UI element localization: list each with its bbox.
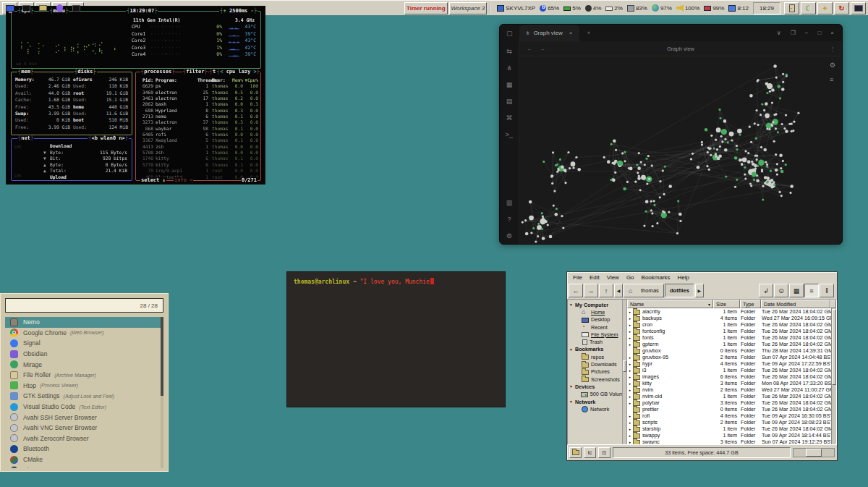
expander-icon[interactable]: ▸ <box>627 342 633 347</box>
command-palette-icon[interactable]: ⌘ <box>506 114 512 122</box>
expander-icon[interactable]: ▸ <box>627 355 633 360</box>
process-row[interactable]: 868 waybar 98 thomas 0.1 0.0 <box>136 126 260 132</box>
graph-canvas[interactable] <box>519 56 842 245</box>
sidebar-item[interactable]: Recent <box>568 323 626 331</box>
launcher-item[interactable]: Avahi SSH Server Browser <box>5 412 163 423</box>
lock-icon[interactable] <box>817 2 833 14</box>
graph-settings-gear-icon[interactable]: ⚙ <box>830 62 835 69</box>
file-row[interactable]: ▸ starship 1 item Folder Tue 26 Mar 2024… <box>627 425 831 432</box>
launcher-item[interactable]: Mirage <box>5 359 163 370</box>
expander-icon[interactable]: ▸ <box>627 329 633 334</box>
quick-switcher-icon[interactable]: ⇆ <box>506 48 512 55</box>
back-icon[interactable]: ← <box>527 46 532 52</box>
minimize-icon[interactable]: − <box>805 30 809 36</box>
launcher-item[interactable]: GTK Settings (Adjust Look and Feel) <box>5 391 163 402</box>
expander-icon[interactable]: ▸ <box>627 440 633 444</box>
network-tray-icon[interactable]: SKYVL7XP <box>497 5 535 12</box>
side-pane-tree-button[interactable]: tc <box>584 447 596 458</box>
forward-button[interactable]: → <box>584 284 598 297</box>
sidebar-item[interactable]: ▾ Network <box>568 398 626 405</box>
launcher-item[interactable]: Avahi Zeroconf Browser <box>5 433 163 444</box>
expander-icon[interactable]: ▸ <box>627 381 633 386</box>
process-row[interactable]: 6405 rofi 6 thomas 0.0 0.0 <box>136 132 260 137</box>
sidebar-item[interactable]: Screenshots <box>568 376 626 383</box>
process-select-hint[interactable]: select ↓ <box>140 177 166 184</box>
expander-icon[interactable]: ▸ <box>627 375 633 379</box>
expander-icon[interactable]: ▸ <box>627 336 633 340</box>
column-date[interactable]: Date Modified <box>761 300 830 308</box>
file-row[interactable]: ▸ i3 1 item Folder Tue 26 Mar 2024 18:04… <box>627 367 831 373</box>
expander-icon[interactable]: ▸ <box>627 316 633 321</box>
timer-running-button[interactable]: Timer running <box>404 2 448 14</box>
sidebar-item[interactable]: Network <box>568 405 626 412</box>
launcher-item[interactable]: CMake <box>5 454 163 465</box>
volume-tray-icon[interactable]: 100% <box>676 5 699 12</box>
menu-item[interactable]: Help <box>674 274 693 281</box>
path-scroll-right-button[interactable]: ▶ <box>695 284 704 297</box>
sidebar-item[interactable]: File System <box>568 331 626 338</box>
launcher-scrollbar[interactable] <box>161 317 163 468</box>
sidebar-item[interactable]: Desktop <box>568 316 626 323</box>
expander-icon[interactable]: ▸ <box>627 362 633 366</box>
file-row[interactable]: ▸ gruvbox-95 2 items Folder Sun 07 Apr 2… <box>627 354 831 360</box>
daily-note-icon[interactable]: ▤ <box>506 98 513 105</box>
battery2-tray-icon[interactable]: 2% <box>605 5 623 12</box>
process-row[interactable]: 4413 zsh 1 thomas 0.0 0.0 <box>136 144 260 150</box>
expander-icon[interactable]: ▸ <box>627 414 633 418</box>
icon-view-button[interactable]: ▦ <box>789 284 804 297</box>
bluetooth-tray-icon[interactable]: 65% <box>540 5 559 12</box>
launcher-item[interactable]: Obsidian <box>5 349 163 360</box>
process-row[interactable]: 3273 electron 37 thomas 0.3 0.0 <box>136 119 260 125</box>
battery-tray-icon[interactable]: 5% <box>563 5 581 12</box>
file-row[interactable]: ▸ swappy 1 item Folder Tue 09 Apr 2024 1… <box>627 432 831 439</box>
processes-filter[interactable]: filter <box>182 69 208 75</box>
graph-view-icon[interactable]: ⋔ <box>506 64 512 72</box>
file-row[interactable]: ▸ backups 4 items Folder Wed 27 Mar 2024… <box>627 315 831 321</box>
new-tab-icon[interactable]: + <box>587 30 591 36</box>
globe-tray-icon[interactable]: 97% <box>652 4 672 12</box>
workspace-indicator[interactable]: Workspace 3 <box>449 2 488 14</box>
expander-icon[interactable]: ▸ <box>627 420 633 425</box>
sidebar-item[interactable]: ▾ Bookmarks <box>568 346 626 353</box>
menu-item[interactable]: Edit <box>586 274 603 281</box>
menu-item[interactable]: View <box>603 274 623 281</box>
path-scroll-left-button[interactable]: ◀ <box>614 284 623 297</box>
processes-sort-control[interactable]: < cpu lazy > <box>216 69 260 75</box>
process-row[interactable]: 79 irq/9-acpi 1 root 0.0 0.0 <box>136 168 260 174</box>
obsidian-titlebar[interactable]: ▢ ⋔ Graph view × + ∨ ❐ − □ × <box>500 25 842 41</box>
sidebar-item[interactable]: 500 GB Volume <box>568 391 626 398</box>
menu-item[interactable]: File <box>569 274 586 281</box>
expander-icon[interactable]: ▸ <box>627 368 633 373</box>
file-row[interactable]: ▸ fontconfig 1 item Folder Tue 26 Mar 20… <box>627 328 831 334</box>
launcher-item[interactable]: Nemo <box>5 317 163 328</box>
help-icon[interactable]: ? <box>507 216 511 223</box>
file-row[interactable]: ▸ alacritty 1 item Folder Tue 26 Mar 202… <box>627 308 831 315</box>
file-row[interactable]: ▸ swaync 3 items Folder Sun 07 Apr 2024 … <box>627 439 831 444</box>
terminal-window[interactable]: thomas@archlinux ~ "I love you, Munchie <box>286 271 506 407</box>
settings-icon[interactable]: ⚙ <box>506 232 512 240</box>
tab-graph-view[interactable]: ⋔ Graph view × <box>519 25 579 41</box>
process-table-header[interactable]: Pid: Program: Threads: User: Mem% ▼Cpu% <box>136 77 260 83</box>
restart-icon[interactable] <box>834 2 849 14</box>
shutdown-icon[interactable] <box>851 2 866 14</box>
expander-icon[interactable]: ▸ <box>627 310 633 314</box>
process-row[interactable]: 5770 kitty 6 thomas 0.1 0.0 <box>136 162 260 168</box>
launcher-item[interactable]: Electron 28 <box>5 465 163 468</box>
process-row[interactable]: 1748 kitty 6 thomas 0.1 0.0 <box>136 156 260 161</box>
process-row[interactable]: 6629 ps 1 thomas 0.0 100 <box>136 83 260 89</box>
process-row[interactable]: 3367 Xwayland 5 thomas 0.1 0.0 <box>136 137 260 143</box>
process-row[interactable]: 2062 bash 1 thomas 0.0 0.3 <box>136 101 260 107</box>
horizontal-scrollbar[interactable] <box>793 448 835 457</box>
launcher-search-input[interactable]: 28 / 28 <box>5 298 163 313</box>
file-row[interactable]: ▸ rofi 4 items Folder Tue 09 Apr 2024 16… <box>627 412 831 419</box>
tab-close-icon[interactable]: × <box>569 30 573 36</box>
file-row[interactable]: ▸ hypr 4 items Folder Tue 09 Apr 2024 17… <box>627 360 831 367</box>
new-tab-button[interactable]: ↲ <box>759 284 773 297</box>
layout-icon[interactable]: ❐ <box>791 30 796 36</box>
sidebar-item[interactable]: ▾ Devices <box>568 383 626 390</box>
file-row[interactable]: ▸ cron 1 item Folder Tue 26 Mar 2024 18:… <box>627 321 831 328</box>
file-row[interactable]: ▸ polybar 3 items Folder Tue 26 Mar 2024… <box>627 399 831 406</box>
launcher-item[interactable]: Visual Studio Code (Text Editor) <box>5 402 163 412</box>
forward-icon[interactable]: → <box>540 46 546 52</box>
sidebar-item[interactable]: Pictures <box>568 368 626 376</box>
